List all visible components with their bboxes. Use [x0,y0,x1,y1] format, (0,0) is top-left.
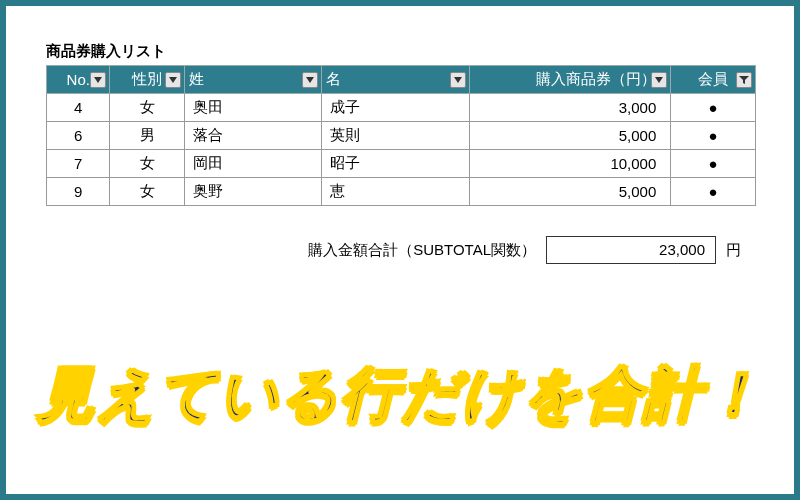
cell-mei: 英則 [322,122,470,150]
cell-member: ● [671,94,756,122]
table-title: 商品券購入リスト [46,42,754,61]
cell-sei: 奥野 [184,178,322,206]
cell-sex: 女 [110,178,184,206]
cell-mei: 昭子 [322,150,470,178]
table-row: 9 女 奥野 恵 5,000 ● [47,178,756,206]
cell-sei: 奥田 [184,94,322,122]
cell-no: 9 [47,178,110,206]
filter-active-icon [739,76,749,84]
chevron-down-icon [454,77,462,83]
cell-no: 7 [47,150,110,178]
cell-no: 4 [47,94,110,122]
chevron-down-icon [94,77,102,83]
cell-amount: 10,000 [470,150,671,178]
cell-sex: 男 [110,122,184,150]
cell-sex: 女 [110,94,184,122]
cell-member: ● [671,178,756,206]
filter-button-sex[interactable] [165,72,181,88]
cell-amount: 5,000 [470,178,671,206]
table-row: 7 女 岡田 昭子 10,000 ● [47,150,756,178]
filter-button-mei[interactable] [450,72,466,88]
total-unit: 円 [726,241,756,260]
total-row: 購入金額合計（SUBTOTAL関数） 23,000 円 [46,236,756,264]
header-member-label: 会員 [698,70,728,89]
cell-member: ● [671,122,756,150]
chevron-down-icon [655,77,663,83]
cell-sei: 岡田 [184,150,322,178]
cell-member: ● [671,150,756,178]
table-row: 6 男 落合 英則 5,000 ● [47,122,756,150]
cell-mei: 成子 [322,94,470,122]
header-mei: 名 [322,66,470,94]
header-no-label: No. [67,71,90,88]
header-mei-label: 名 [326,70,341,89]
header-member: 会員 [671,66,756,94]
chevron-down-icon [169,77,177,83]
filter-button-amount[interactable] [651,72,667,88]
filter-button-member[interactable] [736,72,752,88]
header-sei: 姓 [184,66,322,94]
cell-amount: 5,000 [470,122,671,150]
header-no: No. [47,66,110,94]
header-amount-label: 購入商品券（円） [536,70,656,89]
total-label: 購入金額合計（SUBTOTAL関数） [308,241,536,260]
total-value: 23,000 [546,236,716,264]
header-sex-label: 性別 [132,70,162,89]
cell-sex: 女 [110,150,184,178]
header-sei-label: 姓 [189,70,204,89]
header-amount: 購入商品券（円） [470,66,671,94]
cell-amount: 3,000 [470,94,671,122]
purchase-table: No. 性別 姓 名 [46,65,756,206]
headline: 見えている行だけを合計！ [6,356,794,434]
cell-mei: 恵 [322,178,470,206]
table-row: 4 女 奥田 成子 3,000 ● [47,94,756,122]
cell-no: 6 [47,122,110,150]
header-sex: 性別 [110,66,184,94]
chevron-down-icon [306,77,314,83]
filter-button-sei[interactable] [302,72,318,88]
filter-button-no[interactable] [90,72,106,88]
cell-sei: 落合 [184,122,322,150]
